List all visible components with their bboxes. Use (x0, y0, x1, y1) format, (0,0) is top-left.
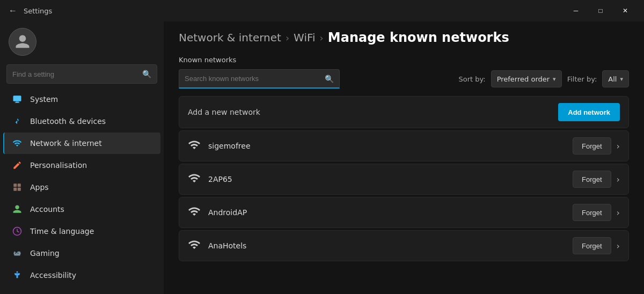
forget-button[interactable]: Forget (573, 204, 611, 221)
sidebar-search-input[interactable] (7, 70, 137, 78)
apps-icon (12, 182, 23, 193)
sidebar-item-personalisation[interactable]: Personalisation (3, 155, 160, 176)
wifi-icon (188, 138, 201, 154)
forget-button[interactable]: Forget (573, 237, 611, 254)
avatar-section (0, 21, 164, 64)
svg-rect-6 (18, 188, 21, 191)
wifi-icon (188, 172, 201, 187)
filter-chevron-icon: ▾ (620, 76, 623, 83)
breadcrumb-current: Manage known networks (328, 30, 509, 45)
network-list-item: AndroidAP Forget › (179, 197, 629, 228)
window-controls: ─ □ ✕ (564, 0, 638, 21)
bluetooth-icon (12, 116, 23, 127)
sidebar-item-accessibility-label: Accessibility (30, 271, 76, 280)
avatar (9, 28, 36, 56)
search-known-box[interactable]: 🔍 (179, 69, 340, 89)
breadcrumb-part2[interactable]: WiFi (294, 31, 316, 44)
svg-rect-1 (16, 102, 19, 103)
add-network-card: Add a new network Add network (179, 96, 629, 128)
close-button[interactable]: ✕ (613, 0, 638, 21)
user-icon (14, 34, 31, 50)
minimize-button[interactable]: ─ (564, 0, 588, 21)
maximize-button[interactable]: □ (588, 0, 613, 21)
breadcrumb-sep2: › (320, 32, 324, 43)
add-network-label: Add a new network (188, 108, 260, 116)
filter-value: All (608, 75, 617, 83)
sidebar-item-personalisation-label: Personalisation (30, 161, 87, 170)
gaming-icon (12, 248, 23, 259)
sidebar-item-apps-label: Apps (30, 183, 49, 192)
main-layout: 🔍 System Bluetooth & devices Network (0, 21, 644, 294)
sidebar-search-icon[interactable]: 🔍 (137, 70, 157, 78)
section-label: Known networks (179, 56, 629, 64)
sidebar-item-network[interactable]: Network & internet (3, 133, 160, 154)
network-chevron-icon[interactable]: › (617, 174, 620, 185)
svg-point-8 (17, 271, 18, 273)
sort-label: Sort by: (458, 75, 485, 83)
network-name: sigemofree (208, 142, 573, 150)
svg-rect-4 (18, 183, 21, 187)
sidebar-item-bluetooth[interactable]: Bluetooth & devices (3, 111, 160, 132)
sidebar-item-time-label: Time & language (30, 227, 94, 236)
network-chevron-icon[interactable]: › (617, 241, 620, 251)
filter-label: Filter by: (567, 75, 597, 83)
title-bar: ← Settings ─ □ ✕ (0, 0, 644, 21)
time-icon (12, 226, 23, 237)
app-title: Settings (24, 7, 52, 15)
system-icon (12, 94, 23, 105)
sort-value: Preferred order (497, 75, 550, 83)
wifi-icon (188, 238, 201, 254)
sidebar-item-bluetooth-label: Bluetooth & devices (30, 117, 106, 126)
network-chevron-icon[interactable]: › (617, 141, 620, 151)
network-icon (12, 138, 23, 149)
wifi-icon (188, 205, 201, 220)
sidebar-item-gaming-label: Gaming (30, 249, 60, 258)
svg-rect-3 (13, 183, 17, 187)
sidebar: 🔍 System Bluetooth & devices Network (0, 21, 164, 294)
network-name: AndroidAP (208, 208, 573, 217)
search-known-icon[interactable]: 🔍 (319, 75, 339, 83)
content-area: Network & internet › WiFi › Manage known… (164, 21, 644, 294)
toolbar-row: 🔍 Sort by: Preferred order ▾ Filter by: … (179, 69, 629, 89)
network-chevron-icon[interactable]: › (617, 208, 620, 218)
sidebar-item-accounts[interactable]: Accounts (3, 199, 160, 220)
search-known-input[interactable] (179, 75, 319, 83)
add-network-button[interactable]: Add network (558, 103, 620, 121)
accounts-icon (12, 204, 23, 215)
sort-filter-group: Sort by: Preferred order ▾ Filter by: Al… (458, 70, 629, 87)
sidebar-item-system-label: System (30, 95, 58, 104)
nav-list: System Bluetooth & devices Network & int… (0, 88, 164, 286)
breadcrumb-part1[interactable]: Network & internet (179, 31, 281, 44)
breadcrumb-sep1: › (286, 32, 289, 43)
svg-rect-5 (13, 188, 17, 191)
sidebar-item-network-label: Network & internet (30, 139, 102, 148)
back-button[interactable]: ← (6, 4, 19, 18)
network-list: sigemofree Forget › 2AP65 Forget › Andro… (179, 130, 629, 261)
network-list-item: 2AP65 Forget › (179, 164, 629, 195)
sidebar-item-system[interactable]: System (3, 89, 160, 110)
network-list-item: AnaHotels Forget › (179, 230, 629, 261)
forget-button[interactable]: Forget (573, 137, 611, 155)
breadcrumb: Network & internet › WiFi › Manage known… (179, 30, 629, 45)
sidebar-item-gaming[interactable]: Gaming (3, 242, 160, 264)
network-list-item: sigemofree Forget › (179, 130, 629, 161)
sidebar-item-accessibility[interactable]: Accessibility (3, 264, 160, 286)
network-name: 2AP65 (208, 175, 573, 183)
sidebar-item-accounts-label: Accounts (30, 205, 64, 214)
accessibility-icon (12, 270, 23, 281)
sort-dropdown[interactable]: Preferred order ▾ (491, 70, 562, 87)
svg-rect-2 (15, 102, 20, 103)
forget-button[interactable]: Forget (573, 171, 611, 188)
network-name: AnaHotels (208, 241, 573, 250)
svg-rect-0 (13, 95, 21, 101)
sidebar-search-box[interactable]: 🔍 (6, 64, 157, 84)
personalisation-icon (12, 160, 23, 171)
sidebar-item-time[interactable]: Time & language (3, 220, 160, 242)
filter-dropdown[interactable]: All ▾ (602, 70, 629, 87)
sort-chevron-icon: ▾ (553, 76, 556, 83)
sidebar-item-apps[interactable]: Apps (3, 177, 160, 198)
